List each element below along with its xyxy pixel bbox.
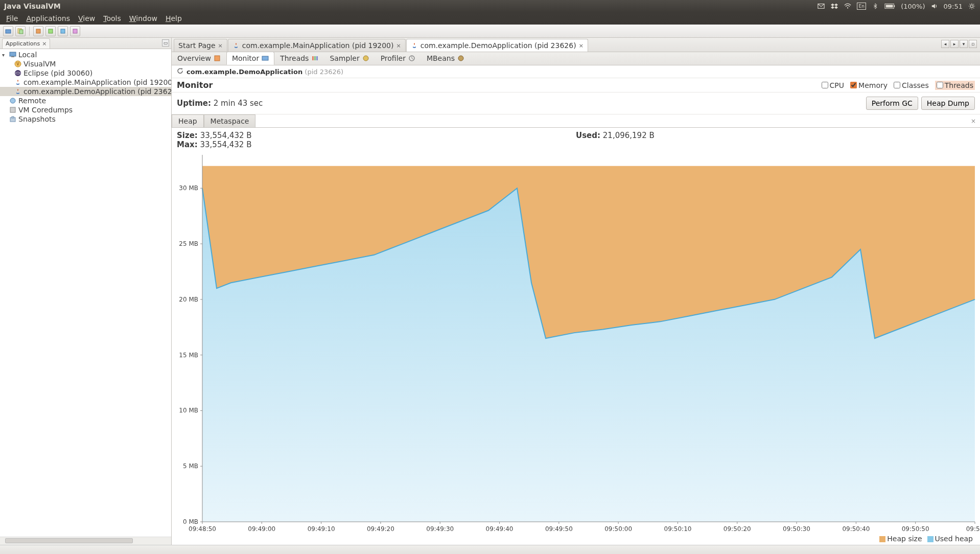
toolbar-btn-2[interactable] bbox=[15, 26, 26, 36]
minimize-panel-icon[interactable]: ▭ bbox=[162, 39, 169, 47]
mail-icon[interactable] bbox=[817, 2, 825, 10]
close-icon[interactable]: × bbox=[396, 42, 401, 49]
side-scrollbar[interactable] bbox=[0, 537, 171, 545]
svg-text:0 MB: 0 MB bbox=[183, 518, 198, 525]
svg-text:5 MB: 5 MB bbox=[183, 463, 198, 470]
menu-applications[interactable]: Applications bbox=[22, 13, 74, 24]
lang-indicator[interactable]: En bbox=[857, 3, 866, 10]
tree-item[interactable]: com.example.MainApplication (pid 19200) bbox=[0, 78, 171, 87]
tree-item[interactable]: Eclipse (pid 30060) bbox=[0, 68, 171, 78]
tree-item[interactable]: com.example.DemoApplication (pid 23626) bbox=[0, 87, 171, 96]
wifi-icon[interactable] bbox=[844, 2, 852, 10]
svg-rect-20 bbox=[10, 107, 15, 112]
close-icon[interactable]: × bbox=[579, 42, 584, 49]
classes-checkbox[interactable] bbox=[894, 82, 900, 88]
view-tab-overview[interactable]: Overview bbox=[172, 52, 226, 65]
filter-memory[interactable]: Memory bbox=[850, 81, 888, 89]
svg-rect-25 bbox=[312, 56, 314, 60]
tab-label: Sampler bbox=[330, 54, 359, 62]
filter-threads[interactable]: Threads bbox=[935, 81, 975, 90]
heap-dump-button[interactable]: Heap Dump bbox=[921, 97, 975, 110]
volume-icon[interactable] bbox=[930, 2, 939, 10]
tab-maximize-icon[interactable]: ▫ bbox=[969, 40, 977, 48]
editor-tab[interactable]: com.example.MainApplication (pid 19200)× bbox=[228, 39, 406, 52]
view-tab-mbeans[interactable]: MBeans bbox=[421, 52, 470, 65]
perform-gc-button[interactable]: Perform GC bbox=[866, 97, 918, 110]
tree-remote[interactable]: Remote bbox=[0, 96, 171, 105]
view-tab-monitor[interactable]: Monitor bbox=[226, 52, 274, 65]
tab-scroll-left-icon[interactable]: ◂ bbox=[941, 40, 949, 48]
tree-snapshots[interactable]: Snapshots bbox=[0, 114, 171, 124]
svg-text:09:50:50: 09:50:50 bbox=[902, 525, 929, 533]
chart-canvas: 0 MB5 MB10 MB15 MB20 MB25 MB30 MB09:48:5… bbox=[172, 152, 980, 545]
tree-snapshots-label: Snapshots bbox=[18, 115, 56, 123]
svg-rect-24 bbox=[262, 56, 268, 60]
tree-coredumps[interactable]: VM Coredumps bbox=[0, 105, 171, 114]
filter-classes[interactable]: Classes bbox=[894, 81, 929, 89]
tab-dropdown-icon[interactable]: ▾ bbox=[960, 40, 968, 48]
sampler-icon bbox=[362, 55, 369, 62]
svg-text:20 MB: 20 MB bbox=[179, 296, 198, 303]
toolbar-btn-3[interactable] bbox=[33, 26, 43, 36]
coredump-icon bbox=[9, 106, 16, 113]
menu-help[interactable]: Help bbox=[161, 13, 186, 24]
menu-window[interactable]: Window bbox=[125, 13, 161, 24]
heap-tab[interactable]: Heap bbox=[172, 114, 204, 128]
svg-rect-6 bbox=[6, 30, 11, 33]
view-tab-threads[interactable]: Threads bbox=[274, 52, 324, 65]
menu-tools[interactable]: Tools bbox=[99, 13, 125, 24]
gear-icon[interactable] bbox=[968, 2, 976, 10]
heap-stats: Size: 33,554,432 B Max: 33,554,432 B Use… bbox=[172, 128, 980, 152]
close-chart-icon[interactable]: × bbox=[971, 118, 976, 125]
eclipse-icon bbox=[14, 70, 21, 77]
app-pid: (pid 23626) bbox=[305, 68, 343, 76]
svg-text:09:49:50: 09:49:50 bbox=[545, 525, 573, 533]
menu-view[interactable]: View bbox=[74, 13, 99, 24]
view-tab-sampler[interactable]: Sampler bbox=[324, 52, 375, 65]
tab-label: Start Page bbox=[178, 41, 216, 50]
applications-tree[interactable]: ▾ Local VVisualVMEclipse (pid 30060)com.… bbox=[0, 49, 171, 537]
metaspace-tab[interactable]: Metaspace bbox=[204, 114, 256, 128]
java-icon bbox=[14, 88, 21, 95]
view-tab-profiler[interactable]: Profiler bbox=[375, 52, 421, 65]
max-value: 33,554,432 B bbox=[200, 140, 252, 149]
used-label: Used: bbox=[576, 131, 600, 140]
toolbar-btn-6[interactable] bbox=[70, 26, 80, 36]
toolbar-btn-4[interactable] bbox=[45, 26, 56, 36]
menubar: File Applications View Tools Window Help bbox=[0, 12, 980, 25]
tree-item[interactable]: VVisualVM bbox=[0, 59, 171, 68]
close-icon[interactable]: × bbox=[218, 42, 223, 49]
chevron-down-icon[interactable]: ▾ bbox=[2, 52, 7, 58]
statusbar bbox=[0, 545, 980, 554]
battery-icon[interactable] bbox=[884, 2, 896, 10]
editor-tab[interactable]: com.example.DemoApplication (pid 23626)× bbox=[406, 39, 588, 52]
menu-file[interactable]: File bbox=[2, 13, 22, 24]
toolbar-btn-1[interactable] bbox=[3, 26, 13, 36]
close-icon[interactable]: × bbox=[42, 40, 46, 47]
memory-checkbox[interactable] bbox=[850, 82, 857, 88]
tab-scroll-right-icon[interactable]: ▸ bbox=[950, 40, 959, 48]
profiler-icon bbox=[408, 55, 415, 62]
toolbar-btn-5[interactable] bbox=[58, 26, 68, 36]
applications-panel: Applications × ▭ ▾ Local VVisualVMEclips… bbox=[0, 38, 172, 545]
app-header: com.example.DemoApplication (pid 23626) bbox=[172, 65, 980, 78]
uptime-row: Uptime: 2 min 43 sec Perform GC Heap Dum… bbox=[172, 93, 980, 114]
bluetooth-icon[interactable] bbox=[871, 2, 879, 10]
filter-cpu[interactable]: CPU bbox=[822, 81, 844, 89]
svg-text:09:49:00: 09:49:00 bbox=[248, 525, 275, 533]
tab-label: Threads bbox=[280, 54, 309, 62]
dropbox-icon[interactable] bbox=[830, 2, 838, 10]
editor-tab[interactable]: Start Page× bbox=[174, 39, 227, 52]
tree-local[interactable]: ▾ Local bbox=[0, 50, 171, 59]
refresh-icon[interactable] bbox=[177, 67, 183, 76]
clock: 09:51 bbox=[944, 3, 963, 10]
applications-tab[interactable]: Applications × bbox=[2, 38, 50, 49]
svg-text:10 MB: 10 MB bbox=[179, 407, 198, 414]
svg-rect-11 bbox=[61, 29, 65, 33]
tree-item-label: com.example.MainApplication (pid 19200) bbox=[24, 78, 171, 86]
overview-icon bbox=[214, 55, 221, 62]
threads-checkbox[interactable] bbox=[937, 82, 943, 88]
svg-text:V: V bbox=[16, 62, 19, 66]
svg-point-1 bbox=[847, 7, 848, 8]
cpu-checkbox[interactable] bbox=[822, 82, 828, 88]
